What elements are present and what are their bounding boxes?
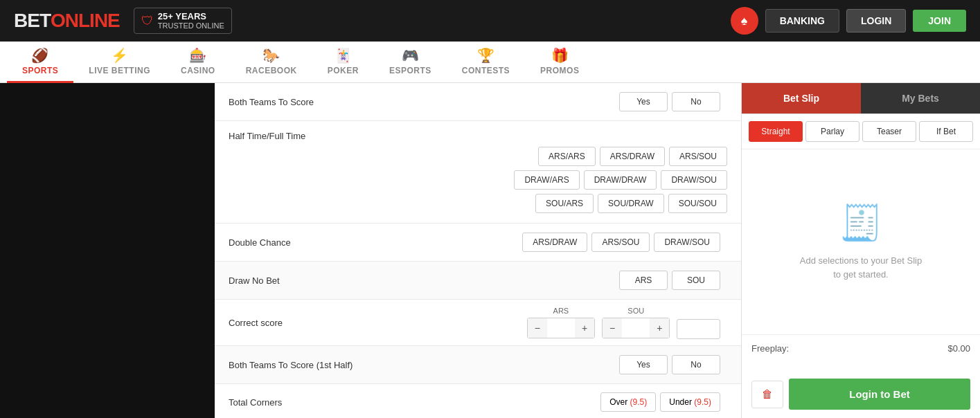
freeplay-row: Freeplay: $0.00 xyxy=(751,343,970,354)
freeplay-value: $0.00 xyxy=(947,343,970,354)
both-teams-1st-half-row: Both Teams To Score (1st Half) Yes No xyxy=(215,346,741,384)
trusted-label: TRUSTED ONLINE xyxy=(158,21,224,30)
correct-score-sou-input: − 0 + xyxy=(602,318,670,338)
empty-line2: to get started. xyxy=(833,269,889,280)
teaser-btn[interactable]: Teaser xyxy=(862,121,916,142)
draw-no-bet-ars[interactable]: ARS xyxy=(619,271,668,290)
logo-bet: BET xyxy=(14,10,51,32)
nav-label-live-betting: LIVE BETTING xyxy=(89,66,150,75)
my-bets-tab[interactable]: My Bets xyxy=(861,83,980,113)
both-teams-score-yes[interactable]: Yes xyxy=(619,92,668,111)
ars-value: 0 xyxy=(547,319,575,338)
correct-score-label: Correct score xyxy=(229,318,367,328)
corners-under[interactable]: Under (9.5) xyxy=(660,392,720,412)
nav-item-racebook[interactable]: 🐎RACEBOOK xyxy=(231,42,312,83)
ht-row-2: DRAW/ARS DRAW/DRAW DRAW/SOU xyxy=(229,170,727,190)
logo[interactable]: BET ONLINE xyxy=(14,10,120,32)
nav-icon-poker: 🃏 xyxy=(335,47,353,64)
both-teams-score-label: Both Teams To Score xyxy=(229,97,367,107)
login-to-bet-button[interactable]: Login to Bet xyxy=(789,379,970,410)
nav-icon-live-betting: ⚡ xyxy=(111,47,129,64)
both-teams-1st-half-no[interactable]: No xyxy=(672,355,720,374)
shield-icon: 🛡 xyxy=(141,14,154,28)
corners-over[interactable]: Over (9.5) xyxy=(600,392,656,412)
nav-item-poker[interactable]: 🃏POKER xyxy=(312,42,374,83)
nav-label-sports: SPORTS xyxy=(22,66,58,75)
ht-row-3: SOU/ARS SOU/DRAW SOU/SOU xyxy=(229,194,727,213)
ht-ars-sou[interactable]: ARS/SOU xyxy=(669,147,727,166)
correct-score-price-wrapper: 25.00 xyxy=(677,322,720,335)
straight-btn[interactable]: Straight xyxy=(749,121,803,142)
double-chance-ars-draw[interactable]: ARS/DRAW xyxy=(522,233,587,252)
draw-no-bet-row: Draw No Bet ARS SOU xyxy=(215,262,741,300)
nav-icon-sports: 🏈 xyxy=(31,47,49,64)
nav-item-promos[interactable]: 🎁PROMOS xyxy=(525,42,594,83)
nav-item-casino[interactable]: 🎰CASINO xyxy=(166,42,231,83)
ht-draw-ars[interactable]: DRAW/ARS xyxy=(514,170,579,190)
nav-icon-casino: 🎰 xyxy=(189,47,207,64)
freeplay-label: Freeplay: xyxy=(751,343,789,354)
main-layout: Both Teams To Score Yes No Half Time/Ful… xyxy=(0,83,980,418)
correct-score-ars-label: ARS xyxy=(553,307,569,315)
ht-ars-draw[interactable]: ARS/DRAW xyxy=(600,147,665,166)
nav-item-live-betting[interactable]: ⚡LIVE BETTING xyxy=(73,42,166,83)
clear-bets-button[interactable]: 🗑 xyxy=(751,381,783,408)
both-teams-score-no[interactable]: No xyxy=(672,92,720,111)
draw-no-bet-sou[interactable]: SOU xyxy=(672,271,720,290)
total-corners-options: Over (9.5) Under (9.5) xyxy=(367,392,727,412)
sou-increment[interactable]: + xyxy=(650,318,669,338)
nav-item-esports[interactable]: 🎮ESPORTS xyxy=(374,42,447,83)
nav-label-casino: CASINO xyxy=(181,66,215,75)
trusted-years: 25+ YEARS xyxy=(158,11,224,22)
ifbet-btn[interactable]: If Bet xyxy=(919,121,973,142)
bet-slip-tab[interactable]: Bet Slip xyxy=(742,83,861,113)
nav-item-sports[interactable]: 🏈SPORTS xyxy=(7,42,73,83)
header: BET ONLINE 🛡 25+ YEARS TRUSTED ONLINE ♠ … xyxy=(0,0,980,42)
nav-label-poker: POKER xyxy=(328,66,359,75)
ht-draw-draw[interactable]: DRAW/DRAW xyxy=(584,170,657,190)
double-chance-ars-sou[interactable]: ARS/SOU xyxy=(591,233,650,252)
nav-label-promos: PROMOS xyxy=(540,66,579,75)
bet-slip-footer: Freeplay: $0.00 Total Risk: $0.00 Potent… xyxy=(742,334,980,418)
nav-item-contests[interactable]: 🏆CONTESTS xyxy=(447,42,525,83)
total-corners-label: Total Corners xyxy=(229,397,367,408)
correct-score-sou-label: SOU xyxy=(627,307,644,315)
sou-decrement[interactable]: − xyxy=(603,318,622,338)
draw-no-bet-label: Draw No Bet xyxy=(229,275,367,286)
both-teams-1st-half-options: Yes No xyxy=(367,355,727,374)
empty-message: Add selections to your Bet Slip to get s… xyxy=(800,254,922,281)
both-teams-1st-half-yes[interactable]: Yes xyxy=(619,355,668,374)
header-left: BET ONLINE 🛡 25+ YEARS TRUSTED ONLINE xyxy=(14,8,232,35)
ht-ars-ars[interactable]: ARS/ARS xyxy=(538,147,596,166)
double-chance-draw-sou[interactable]: DRAW/SOU xyxy=(654,233,720,252)
bet-type-tabs: Straight Parlay Teaser If Bet xyxy=(742,114,980,149)
nav-label-esports: ESPORTS xyxy=(389,66,431,75)
risk-win-row: Total Risk: $0.00 Potential Win: $0.00 xyxy=(751,359,970,372)
login-button[interactable]: LOGIN xyxy=(846,9,906,33)
join-button[interactable]: JOIN xyxy=(913,10,966,32)
parlay-btn[interactable]: Parlay xyxy=(805,121,859,142)
bet-slip-empty: 🧾 Add selections to your Bet Slip to get… xyxy=(742,149,980,334)
banking-button[interactable]: BANKING xyxy=(765,9,839,33)
main-nav: 🏈SPORTS⚡LIVE BETTING🎰CASINO🐎RACEBOOK🃏POK… xyxy=(0,42,980,83)
empty-receipt-icon: 🧾 xyxy=(839,203,882,243)
nav-icon-promos: 🎁 xyxy=(551,47,569,64)
ht-sou-ars[interactable]: SOU/ARS xyxy=(535,194,594,213)
ars-decrement[interactable]: − xyxy=(528,318,547,338)
ars-increment[interactable]: + xyxy=(575,318,594,338)
bet-slip-main-tabs: Bet Slip My Bets xyxy=(742,83,980,114)
poker-chip-button[interactable]: ♠ xyxy=(731,7,758,35)
correct-score-price: 25.00 xyxy=(677,319,720,339)
ht-row-1: ARS/ARS ARS/DRAW ARS/SOU xyxy=(229,147,727,166)
ht-sou-draw[interactable]: SOU/DRAW xyxy=(598,194,664,213)
half-time-label: Half Time/Full Time xyxy=(229,131,727,141)
empty-line1: Add selections to your Bet Slip xyxy=(800,255,922,266)
draw-no-bet-options: ARS SOU xyxy=(367,271,727,290)
double-chance-options: ARS/DRAW ARS/SOU DRAW/SOU xyxy=(367,233,727,252)
half-time-rows: ARS/ARS ARS/DRAW ARS/SOU DRAW/ARS DRAW/D… xyxy=(229,147,727,213)
correct-score-controls: ARS − 0 + SOU − 0 + 25.00 xyxy=(367,307,727,338)
ht-sou-sou[interactable]: SOU/SOU xyxy=(668,194,727,213)
correct-score-ars-input: − 0 + xyxy=(527,318,595,338)
ht-draw-sou[interactable]: DRAW/SOU xyxy=(661,170,727,190)
bet-actions: 🗑 Login to Bet xyxy=(751,379,970,410)
